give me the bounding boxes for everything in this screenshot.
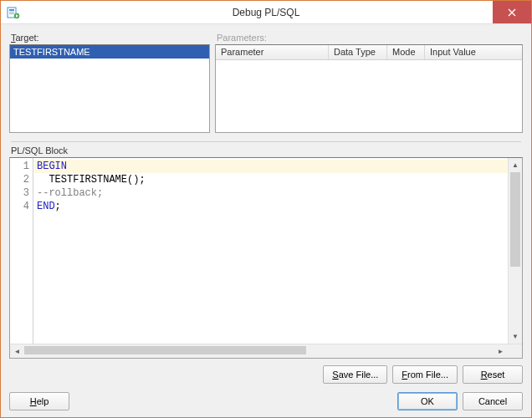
app-icon <box>7 6 20 19</box>
code-viewport: 1234 BEGIN TESTFIRSTNAME();--rollback;EN… <box>10 158 522 344</box>
col-mode[interactable]: Mode <box>387 45 425 59</box>
code-text[interactable]: BEGIN TESTFIRSTNAME();--rollback;END; <box>33 158 508 344</box>
col-datatype[interactable]: Data Type <box>329 45 387 59</box>
col-inputvalue[interactable]: Input Value <box>425 45 522 59</box>
horizontal-scrollbar[interactable]: ◄ ► <box>10 344 522 358</box>
col-parameter[interactable]: Parameter <box>216 45 329 59</box>
scroll-corner <box>508 344 522 358</box>
scroll-right-icon[interactable]: ► <box>494 344 508 358</box>
scroll-track-h[interactable] <box>24 344 494 358</box>
right-button-group: OK Cancel <box>397 392 523 410</box>
plsql-block-label: PL/SQL Block <box>9 145 523 157</box>
svg-rect-3 <box>9 13 14 14</box>
parameters-table: Parameter Data Type Mode Input Value <box>215 44 523 133</box>
titlebar: Debug PL/SQL <box>1 1 531 24</box>
help-button[interactable]: Help <box>9 392 69 410</box>
parameters-label: Parameters: <box>215 33 523 44</box>
target-label: Target: <box>9 33 210 44</box>
ok-button[interactable]: OK <box>397 392 458 410</box>
dialog-button-row: Help OK Cancel <box>9 392 523 410</box>
file-button-row: Save File... From File... Reset <box>9 365 523 384</box>
reset-button[interactable]: Reset <box>463 365 523 384</box>
code-editor[interactable]: 1234 BEGIN TESTFIRSTNAME();--rollback;EN… <box>9 157 523 359</box>
top-panes: Target: TESTFIRSTNAME Parameters: Parame… <box>9 33 523 133</box>
line-gutter: 1234 <box>10 158 33 344</box>
target-item[interactable]: TESTFIRSTNAME <box>10 45 209 59</box>
scroll-thumb-h[interactable] <box>24 346 306 354</box>
separator <box>11 141 521 142</box>
target-pane: Target: TESTFIRSTNAME <box>9 33 210 133</box>
target-list[interactable]: TESTFIRSTNAME <box>9 44 210 133</box>
svg-rect-1 <box>9 9 14 11</box>
dialog-content: Target: TESTFIRSTNAME Parameters: Parame… <box>1 24 531 417</box>
svg-rect-2 <box>9 12 14 13</box>
close-button[interactable] <box>493 1 531 23</box>
scroll-track-v[interactable] <box>509 172 522 329</box>
save-file-button[interactable]: Save File... <box>323 365 387 384</box>
window-title: Debug PL/SQL <box>1 1 531 24</box>
parameters-body <box>216 60 522 132</box>
cancel-button[interactable]: Cancel <box>463 392 523 410</box>
scroll-up-icon[interactable]: ▲ <box>509 158 522 172</box>
from-file-button[interactable]: From File... <box>392 365 458 384</box>
parameters-pane: Parameters: Parameter Data Type Mode Inp… <box>215 33 523 133</box>
vertical-scrollbar[interactable]: ▲ ▼ <box>508 158 522 344</box>
scroll-down-icon[interactable]: ▼ <box>509 329 522 344</box>
scroll-left-icon[interactable]: ◄ <box>10 344 24 358</box>
scroll-thumb-v[interactable] <box>510 172 520 267</box>
parameters-header: Parameter Data Type Mode Input Value <box>216 45 522 60</box>
close-icon <box>508 8 516 17</box>
